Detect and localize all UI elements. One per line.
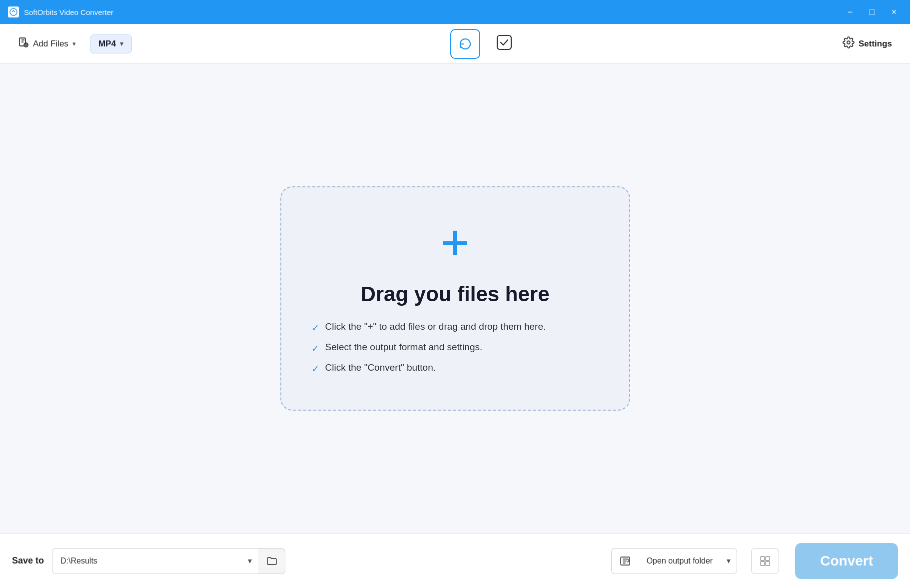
svg-rect-3: [497, 35, 511, 49]
add-files-icon: [18, 37, 29, 50]
format-selector[interactable]: MP4 ▾: [90, 34, 132, 53]
svg-rect-7: [766, 557, 770, 561]
rotate-button[interactable]: [450, 29, 480, 59]
svg-rect-8: [761, 562, 765, 566]
instruction-text-1: Click the "+" to add files or drag and d…: [325, 321, 546, 332]
instruction-text-3: Click the "Convert" button.: [325, 362, 436, 373]
browse-folder-button[interactable]: [258, 548, 285, 574]
instruction-text-2: Select the output format and settings.: [325, 342, 483, 353]
output-folder-container: Open output folder ▾: [611, 548, 738, 574]
bottom-bar: Save to ▾ Open output folder ▾: [0, 533, 910, 588]
app-title: SoftOrbits Video Converter: [24, 8, 113, 16]
title-bar-left: SoftOrbits Video Converter: [8, 6, 113, 17]
save-to-label: Save to: [12, 556, 44, 566]
format-dropdown-arrow: ▾: [120, 40, 123, 47]
svg-point-4: [847, 41, 850, 44]
maximize-button[interactable]: □: [864, 4, 880, 20]
save-path-container: ▾: [52, 548, 285, 574]
title-bar: SoftOrbits Video Converter − □ ×: [0, 0, 910, 24]
window-controls: − □ ×: [842, 4, 902, 20]
settings-button[interactable]: Settings: [837, 32, 898, 55]
checkmark-button[interactable]: [490, 29, 518, 56]
toolbar-center: [140, 29, 829, 59]
instruction-2: ✓ Select the output format and settings.: [311, 342, 599, 354]
instruction-1: ✓ Click the "+" to add files or drag and…: [311, 321, 599, 334]
app-icon: [8, 6, 19, 17]
instruction-3: ✓ Click the "Convert" button.: [311, 362, 599, 375]
output-folder-dropdown-arrow: ▾: [727, 556, 731, 566]
grid-view-button[interactable]: [751, 548, 779, 574]
toolbar: Add Files ▾ MP4 ▾: [0, 24, 910, 64]
save-path-dropdown[interactable]: ▾: [242, 548, 258, 574]
check-icon-3: ✓: [311, 363, 319, 375]
minimize-button[interactable]: −: [842, 4, 858, 20]
add-files-button[interactable]: Add Files ▾: [12, 33, 82, 54]
svg-rect-6: [761, 557, 765, 561]
svg-rect-9: [766, 562, 770, 566]
drop-zone[interactable]: + Drag you files here ✓ Click the "+" to…: [280, 186, 630, 411]
add-files-label: Add Files: [33, 39, 68, 49]
settings-icon: [843, 36, 855, 51]
output-folder-dropdown[interactable]: ▾: [721, 548, 737, 574]
main-content: + Drag you files here ✓ Click the "+" to…: [0, 64, 910, 533]
close-button[interactable]: ×: [886, 4, 902, 20]
svg-point-0: [10, 8, 17, 15]
check-icon-2: ✓: [311, 343, 319, 354]
check-icon-1: ✓: [311, 322, 319, 334]
output-folder-label: Open output folder: [639, 548, 721, 574]
instructions-list: ✓ Click the "+" to add files or drag and…: [311, 321, 599, 375]
toolbar-right: Settings: [837, 32, 898, 55]
save-path-input[interactable]: [52, 548, 242, 574]
plus-icon: +: [440, 217, 469, 267]
output-folder-icon: [611, 548, 639, 574]
convert-button[interactable]: Convert: [795, 543, 898, 579]
settings-label: Settings: [859, 39, 892, 49]
add-files-dropdown-arrow: ▾: [72, 40, 76, 47]
drop-zone-title: Drag you files here: [360, 282, 549, 306]
save-path-dropdown-arrow: ▾: [248, 556, 252, 566]
format-label: MP4: [98, 39, 116, 49]
